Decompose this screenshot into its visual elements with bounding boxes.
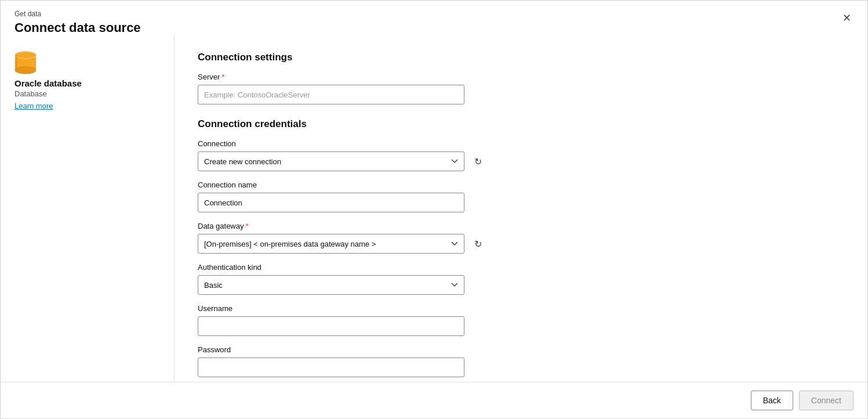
connection-settings-title: Connection settings [198,52,844,63]
dialog-body: Oracle database Database Learn more Conn… [1,35,867,382]
connection-name-input[interactable] [198,193,464,212]
sidebar-db-name: Oracle database [14,78,82,88]
connection-field-group: Connection Create new connection ↻ [198,139,844,171]
connect-button[interactable]: Connect [799,391,854,410]
connection-select[interactable]: Create new connection [198,151,464,171]
auth-kind-field-group: Authentication kind Basic [198,263,844,295]
dialog: Get data Connect data source ✕ Oracle da… [0,0,868,419]
main-content: Connection settings Server * Connection … [175,35,867,382]
server-input[interactable] [198,85,464,104]
password-label: Password [198,345,844,354]
connection-settings-section: Connection settings Server * [198,52,844,104]
username-input[interactable] [198,316,464,336]
connection-dropdown-row: Create new connection ↻ [198,151,844,171]
sidebar-db-type: Database [14,89,47,98]
server-label: Server * [198,73,844,81]
svg-point-2 [15,67,36,74]
connection-credentials-title: Connection credentials [198,118,844,130]
password-input[interactable] [198,357,464,377]
dialog-title: Connect data source [14,20,854,35]
username-label: Username [198,304,844,313]
auth-kind-select[interactable]: Basic [198,275,464,295]
data-gateway-select[interactable]: [On-premises] < on-premises data gateway… [198,234,464,254]
dialog-header: Get data Connect data source ✕ [1,1,867,35]
connection-label: Connection [198,139,844,148]
connection-name-field-group: Connection name [198,180,844,212]
username-field-group: Username [198,304,844,336]
close-button[interactable]: ✕ [837,9,856,27]
back-button[interactable]: Back [751,391,793,410]
data-gateway-field-group: Data gateway * [On-premises] < on-premis… [198,222,844,254]
get-data-label: Get data [14,10,854,18]
data-gateway-refresh-button[interactable]: ↻ [469,235,486,252]
data-gateway-dropdown-row: [On-premises] < on-premises data gateway… [198,234,844,254]
connection-name-label: Connection name [198,180,844,189]
auth-kind-label: Authentication kind [198,263,844,272]
password-field-group: Password [198,345,844,377]
connection-credentials-section: Connection credentials Connection Create… [198,118,844,377]
learn-more-link[interactable]: Learn more [14,102,53,110]
sidebar: Oracle database Database Learn more [1,35,175,382]
data-gateway-label: Data gateway * [198,222,844,230]
dialog-footer: Back Connect [1,382,867,418]
oracle-icon [14,49,37,78]
connection-refresh-button[interactable]: ↻ [469,153,486,170]
svg-rect-4 [15,55,17,70]
